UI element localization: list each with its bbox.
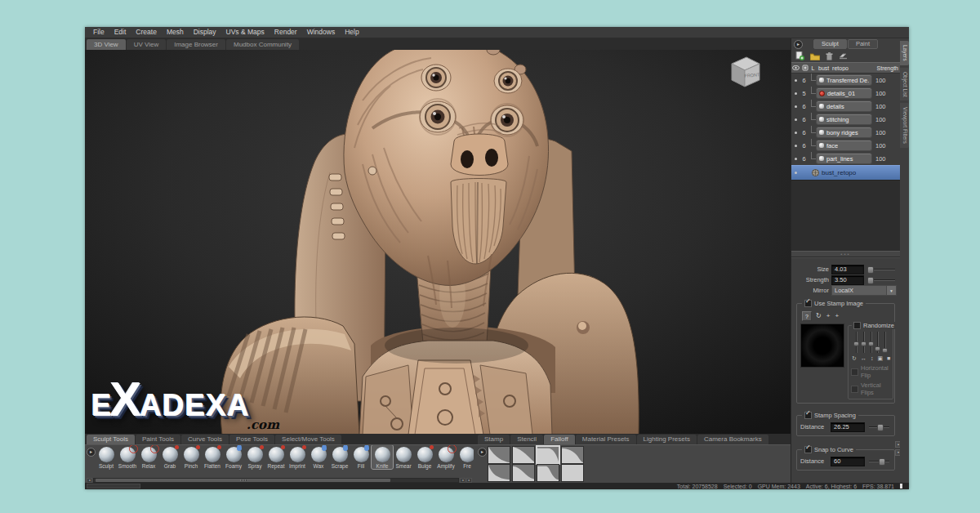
tool-button[interactable]: Bulge [414,445,435,469]
strength-column-label[interactable]: Strength [871,65,900,71]
object-visibility-dot[interactable] [791,172,800,174]
layer-name-chip[interactable]: bony ridges [816,127,872,138]
layer-mode-tab[interactable]: Paint [848,39,878,49]
stamp-spacing-checkbox[interactable]: ✓ [804,412,812,419]
falloff-preset[interactable] [513,465,534,481]
layer-name-chip[interactable]: part_lines [816,153,872,164]
size-input[interactable]: 4.03 [831,265,864,274]
randomize-option-icon[interactable]: ■ [887,355,890,362]
layer-strength[interactable]: 100 [872,90,900,97]
selected-object-row[interactable]: bust_retopo [791,165,900,180]
view-tab[interactable]: Image Browser [167,39,225,50]
tool-button[interactable]: Smear [393,445,414,469]
tool-button[interactable]: Foamy [223,445,244,469]
snap-checkbox[interactable]: ✓ [804,446,812,453]
tool-button[interactable]: Smooth [117,445,138,469]
horizontal-flip-checkbox[interactable] [851,368,858,376]
3d-viewport[interactable]: FRONT EXADEXA .com [85,50,791,434]
tool-button[interactable]: Amplify [435,445,457,469]
use-stamp-checkbox[interactable]: ✓ [804,300,812,307]
menu-item[interactable]: Windows [302,27,340,38]
layer-row[interactable]: 6 Transferred De... 100 [791,74,900,87]
tool-button[interactable]: Grab [159,445,180,469]
randomize-option-icon[interactable]: ↕ [871,355,874,362]
view-tab[interactable]: UV View [127,39,167,50]
spacing-slider[interactable] [867,423,891,430]
tool-button[interactable]: Spray [244,445,265,469]
tool-button[interactable]: Imprint [287,445,308,469]
tool-tray-tab[interactable]: Pose Tools [229,435,274,444]
tool-button[interactable]: Fre [457,445,474,469]
tool-button[interactable]: Relax [138,445,159,469]
layer-strength[interactable]: 100 [872,155,900,163]
view-tab[interactable]: 3D View [87,39,126,50]
randomize-slider[interactable] [875,332,880,353]
menu-item[interactable]: Create [131,27,162,38]
name-column-label[interactable]: bust_retopo [817,65,871,71]
layer-strength[interactable]: 100 [872,103,900,110]
trash-icon[interactable] [826,52,833,60]
side-tab[interactable]: Viewport Filters [900,103,909,148]
layer-strength[interactable]: 100 [872,116,900,123]
layer-name-chip[interactable]: details [816,100,872,112]
panel-splitter[interactable]: ••• [791,251,900,257]
layer-strength[interactable]: 100 [872,77,900,84]
layer-mode-tab[interactable]: Sculpt [813,39,847,49]
tool-tray-tab[interactable]: Curve Tools [181,435,229,444]
folder-icon[interactable] [810,52,820,60]
randomize-slider[interactable] [882,332,888,353]
tool-button[interactable]: Flatten [202,445,223,469]
falloff-preset-selected[interactable] [537,447,559,463]
side-tab[interactable]: Layers [900,41,909,65]
menu-item[interactable]: File [88,27,109,38]
menu-item[interactable]: Help [340,27,363,38]
tool-tray-tab[interactable]: Sculpt Tools [87,435,135,444]
spacing-distance-input[interactable]: 26.25 [831,422,865,432]
tool-button[interactable]: Pinch [180,445,202,469]
layer-row[interactable]: 6 details 100 [791,100,900,113]
layer-visibility-dot[interactable] [791,132,800,134]
randomize-slider[interactable] [868,332,874,353]
layer-name-chip[interactable]: Transferred De... [816,74,872,86]
snap-slider[interactable] [867,457,891,465]
falloff-preset[interactable] [537,465,559,481]
tool-button[interactable]: Scrape [329,445,350,469]
strength-input[interactable]: 3.50 [831,275,864,285]
dropdown-arrow-icon[interactable]: ▼ [886,286,896,295]
layer-visibility-dot[interactable] [791,118,800,121]
menu-item[interactable]: Render [270,27,302,38]
tool-tray-tab[interactable]: Paint Tools [136,435,180,444]
transform-icon[interactable]: + [826,312,831,320]
erase-layer-icon[interactable] [839,52,848,60]
falloff-preset[interactable] [513,447,534,463]
preset-tray-tab[interactable]: Stencil [510,435,543,444]
view-cube[interactable]: FRONT [727,54,763,90]
randomize-checkbox[interactable] [853,322,861,329]
side-tab[interactable]: Object List [900,68,909,101]
panel-scroll-down-icon[interactable]: ▾ [895,449,900,456]
strength-slider[interactable] [866,276,897,283]
stamp-preview[interactable] [800,323,844,368]
tool-button[interactable]: Fill [350,445,372,469]
preset-tray-tab[interactable]: Lighting Presets [637,435,697,444]
transform-icon[interactable]: + [835,312,839,320]
tray-expand-icon[interactable]: ▸ [87,448,96,457]
layer-visibility-dot[interactable] [791,145,800,147]
layer-strength[interactable]: 100 [872,142,900,149]
tool-button[interactable]: Repeat [265,445,287,469]
transform-icon[interactable]: ↻ [816,312,822,320]
falloff-preset[interactable] [488,447,510,463]
falloff-preset[interactable] [562,447,583,463]
panel-scroll-up-icon[interactable]: ▴ [895,441,900,448]
tool-button[interactable]: Knife [372,445,393,469]
stamp-help-button[interactable]: ? [802,311,812,321]
level-column-label[interactable]: L [809,65,817,71]
layer-name-chip[interactable]: face [816,140,872,151]
mirror-dropdown[interactable]: LocalX ▼ [831,285,897,296]
view-tab[interactable]: Mudbox Community [226,39,299,50]
layer-row[interactable]: 5 details_01 100 [791,87,900,100]
randomize-slider[interactable] [861,332,866,353]
layer-strength[interactable]: 100 [872,129,900,136]
preset-tray-tab[interactable]: Material Presets [576,435,636,444]
layer-visibility-dot[interactable] [791,158,800,160]
